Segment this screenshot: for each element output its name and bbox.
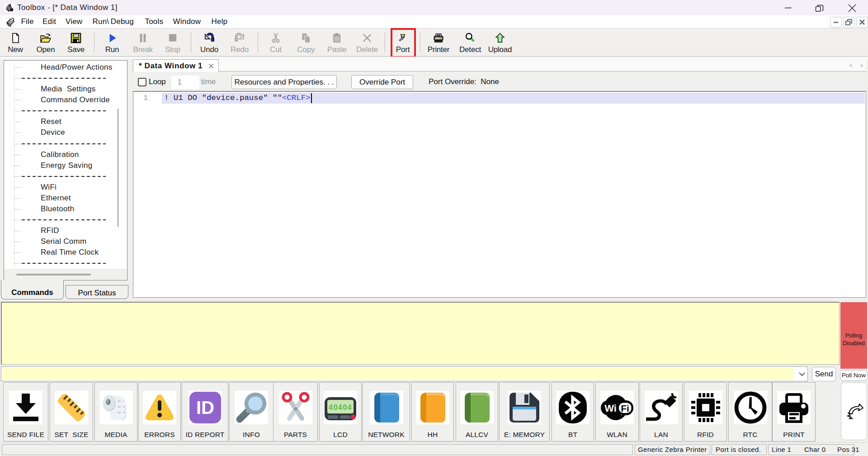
svg-text:Wi: Wi — [604, 403, 617, 414]
svg-text:ID: ID — [196, 398, 214, 418]
svg-text:Fi: Fi — [621, 403, 629, 413]
svg-text:40404: 40404 — [329, 404, 352, 411]
